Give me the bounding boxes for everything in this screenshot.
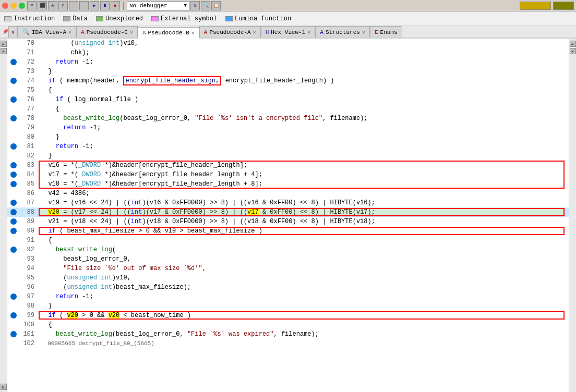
line-75: 75 {: [7, 85, 569, 95]
line-95: 95 (unsigned int)v19,: [7, 273, 569, 283]
legend-unexplored-color: [96, 16, 103, 21]
tab-hex-view-1-icon: H: [266, 29, 269, 35]
tab-pseudocode-b-close[interactable]: ✕: [191, 30, 195, 36]
line-92-breakpoint: [10, 247, 17, 253]
tab-enums[interactable]: E Enums: [370, 26, 402, 38]
legend-instruction-color: [4, 16, 11, 21]
toolbar-icon-2[interactable]: ⬛: [38, 1, 47, 10]
line-95-number: 95: [20, 274, 39, 281]
legend-data-color: [63, 16, 70, 21]
line-99-number: 99: [20, 312, 39, 319]
tab-structures-label: Structures: [326, 29, 360, 35]
line-74-number: 74: [20, 77, 39, 84]
left-panel: ≡ ✕ ▷: [0, 39, 7, 392]
line-95-content: (unsigned int)v19,: [39, 274, 569, 281]
legend-bar: Instruction Data Unexplored External sym…: [0, 11, 576, 26]
line-98: 98 }: [7, 301, 569, 311]
line-74: 74 if ( memcmp(header, encrypt_file_head…: [7, 76, 569, 85]
toolbar-icon-7[interactable]: ▶: [90, 1, 99, 10]
line-92: 92 beast_write_log(: [7, 245, 569, 254]
tab-ida-view-a-label: IDA View-A: [32, 29, 66, 35]
legend-lumina: Lumina function: [225, 15, 291, 22]
tab-close-all-btn[interactable]: ✕: [8, 26, 18, 38]
line-89-indicator: [7, 218, 20, 225]
line-71-content: chk);: [39, 49, 569, 56]
tab-structures[interactable]: A Structures ✕: [315, 26, 370, 38]
left-panel-collapse-btn[interactable]: ≡: [1, 41, 7, 47]
toolbar-icon-10[interactable]: ⚙: [190, 1, 200, 10]
tab-pseudocode-c-close[interactable]: ✕: [130, 29, 133, 35]
legend-instruction: Instruction: [4, 15, 55, 22]
line-99-breakpoint: [10, 312, 17, 318]
line-72-breakpoint: [10, 59, 17, 65]
toolbar-icon-8[interactable]: ⏸: [100, 1, 110, 10]
tab-enums-icon: E: [375, 29, 378, 35]
line-88-indicator: [7, 209, 20, 215]
traffic-lights: [2, 3, 25, 9]
maximize-button[interactable]: [19, 3, 25, 9]
tab-pseudocode-a-label: Pseudocode-A: [209, 29, 250, 35]
line-100-content: {: [39, 321, 569, 328]
debugger-dropdown[interactable]: No debugger ▼: [127, 1, 189, 10]
right-panel-close-btn[interactable]: ✕: [570, 48, 576, 54]
right-panel-collapse-btn[interactable]: ≡: [570, 41, 576, 47]
toolbar-icon-4[interactable]: r: [58, 1, 68, 10]
tab-pin-btn[interactable]: 📌: [2, 26, 8, 38]
line-96: 96 (unsigned int)beast_max_filesize);: [7, 283, 569, 292]
tab-pseudocode-a-close[interactable]: ✕: [253, 29, 256, 35]
line-76: 76 if ( log_normal_file ): [7, 95, 569, 104]
tab-hex-view-1-label: Hex View-1: [271, 29, 305, 35]
line-81: 81 return -1;: [7, 142, 569, 151]
line-92-content: beast_write_log(: [39, 246, 569, 253]
line-88-wrapper: 88 v20 = (v17 << 24) | ((int)(v17 & 0xFF…: [7, 207, 569, 217]
tab-ida-view-a-close[interactable]: ✕: [68, 29, 71, 35]
line-70-content: (unsigned int)v10,: [39, 40, 569, 47]
line-102-number: 102: [20, 340, 39, 347]
tab-hex-view-1[interactable]: H Hex View-1 ✕: [261, 26, 316, 38]
toolbar-right-btn1[interactable]: [520, 2, 551, 10]
tab-pseudocode-c-icon: A: [81, 29, 85, 35]
tab-structures-close[interactable]: ✕: [362, 29, 365, 35]
code-scroll[interactable]: 70 (unsigned int)v10, 71 chk); 72 return…: [7, 39, 569, 392]
toolbar-icon-5[interactable]: [69, 1, 78, 10]
line-72: 72 return -1;: [7, 57, 569, 67]
left-panel-expand-btn[interactable]: ▷: [1, 384, 7, 390]
line-101-number: 101: [20, 330, 39, 338]
tab-pseudocode-c[interactable]: A Pseudocode-C ✕: [76, 26, 138, 38]
lines-83-85-wrapper: 83 v16 = *(_DWORD *)&header[encrypt_file…: [7, 161, 569, 189]
tab-hex-view-1-close[interactable]: ✕: [307, 29, 310, 35]
tab-pseudocode-a[interactable]: A Pseudocode-A ✕: [199, 26, 261, 38]
line-93-number: 93: [20, 255, 39, 263]
legend-lumina-color: [225, 16, 233, 21]
toolbar-icon-12[interactable]: 📋: [211, 1, 221, 10]
line-78-breakpoint: [10, 115, 17, 121]
legend-external-color: [151, 16, 159, 21]
tab-enums-label: Enums: [380, 29, 398, 35]
toolbar-right-btn2[interactable]: [553, 2, 574, 10]
toolbar-icon-1[interactable]: ≡: [27, 1, 37, 10]
line-76-content: if ( log_normal_file ): [39, 96, 569, 103]
line-90-content: if ( beast_max_filesize > 0 && v19 > bea…: [39, 227, 569, 235]
line-93: 93 beast_log_error_0,: [7, 254, 569, 264]
line-81-breakpoint: [10, 143, 17, 150]
toolbar-icon-11[interactable]: 🔍: [201, 1, 210, 10]
left-panel-close-btn[interactable]: ✕: [1, 48, 7, 54]
line-97-indicator: [7, 293, 20, 300]
line-76-number: 76: [20, 96, 39, 103]
tab-pseudocode-b[interactable]: A Pseudocode-B ✕: [138, 27, 199, 39]
toolbar-icon-9[interactable]: ■: [111, 1, 120, 10]
line-89: 89 v21 = (v18 << 24) | ((int)(v18 & 0xFF…: [7, 217, 569, 226]
minimize-button[interactable]: [10, 3, 17, 9]
line-84: 84 v17 = *(_DWORD *)&header[encrypt_file…: [7, 170, 569, 179]
line-72-content: return -1;: [39, 58, 569, 66]
top-toolbar: ≡ ⬛ A r ▶ ⏸ ■ No debugger ▼ ⚙ 🔍 📋: [0, 0, 576, 11]
close-button[interactable]: [2, 3, 8, 9]
line-99-wrapper: 99 if ( v20 > 0 && v20 < beast_now_time …: [7, 311, 569, 320]
line-93-content: beast_log_error_0,: [39, 255, 569, 263]
line-96-content: (unsigned int)beast_max_filesize);: [39, 284, 569, 291]
line-86-content: v42 = 4386;: [39, 190, 569, 197]
tab-ida-view-a[interactable]: 🔍 IDA View-A ✕: [18, 26, 76, 38]
toolbar-icon-3[interactable]: A: [48, 1, 57, 10]
legend-data-label: Data: [73, 15, 88, 22]
toolbar-icon-6[interactable]: [79, 1, 89, 10]
